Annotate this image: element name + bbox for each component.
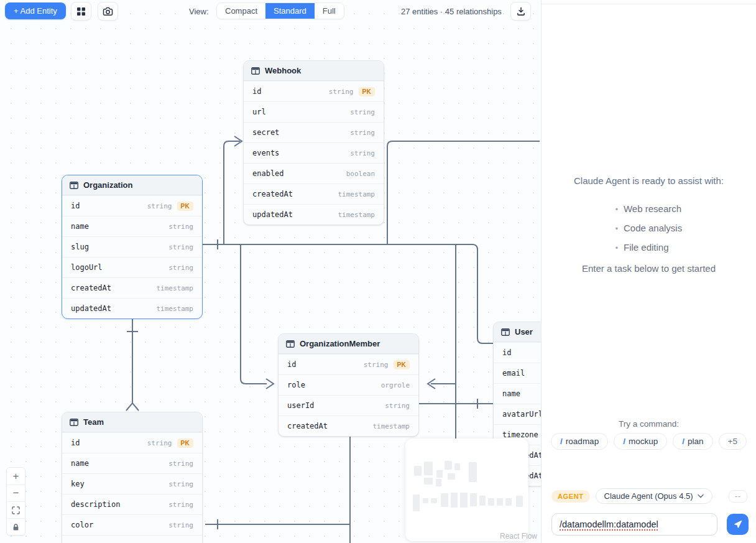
field-row[interactable]: email bbox=[494, 363, 541, 383]
field-type: string bbox=[168, 223, 193, 231]
composer: /datamodellm:datamodel bbox=[551, 513, 749, 536]
entity-header[interactable]: Team bbox=[62, 412, 202, 432]
field-row[interactable]: idstringPK bbox=[244, 81, 384, 101]
try-command-label: Try a command: bbox=[542, 419, 756, 429]
command-chip-roadmap[interactable]: /roadmap bbox=[551, 433, 608, 450]
minimap[interactable] bbox=[405, 439, 528, 541]
fit-view-icon bbox=[12, 506, 20, 514]
entity-header[interactable]: User bbox=[494, 322, 541, 342]
slash-prefix: / bbox=[682, 437, 685, 446]
primary-key-badge: PK bbox=[394, 360, 410, 369]
field-name: secret bbox=[252, 128, 279, 137]
field-name: color bbox=[71, 521, 93, 529]
edge bbox=[387, 141, 540, 244]
field-row[interactable]: idstringPK bbox=[62, 195, 202, 216]
field-name: updatedAt bbox=[71, 304, 111, 313]
entity-title: Team bbox=[83, 417, 104, 427]
field-row[interactable]: namestring bbox=[62, 216, 202, 236]
field-type: string bbox=[350, 108, 375, 116]
field-name: name bbox=[502, 389, 520, 398]
field-row[interactable]: id bbox=[494, 342, 541, 363]
fit-view-button[interactable] bbox=[7, 501, 25, 518]
command-chip-more-5[interactable]: +5 bbox=[719, 433, 747, 450]
field-row[interactable]: keystring bbox=[62, 473, 202, 494]
zoom-out-button[interactable]: − bbox=[7, 485, 25, 501]
field-row[interactable]: avatarUrl bbox=[494, 404, 541, 424]
view-option-compact[interactable]: Compact bbox=[217, 3, 265, 19]
model-selector-label: Claude Agent (Opus 4.5) bbox=[604, 491, 693, 501]
field-name: slug bbox=[71, 243, 89, 251]
model-selector[interactable]: Claude Agent (Opus 4.5) bbox=[596, 488, 712, 504]
field-row[interactable]: roleorgrole bbox=[279, 374, 418, 395]
field-row[interactable] bbox=[62, 535, 202, 543]
field-name: key bbox=[71, 480, 85, 488]
command-chip-mockup[interactable]: /mockup bbox=[614, 433, 667, 450]
task-input-value: /datamodellm:datamodel bbox=[560, 519, 658, 529]
field-row[interactable]: createdAttimestamp bbox=[244, 183, 384, 204]
entity-webhook[interactable]: WebhookidstringPKurlstringsecretstringev… bbox=[243, 60, 384, 225]
field-type: timestamp bbox=[156, 284, 193, 292]
entity-header[interactable]: Webhook bbox=[244, 61, 384, 81]
field-row[interactable]: name bbox=[494, 383, 541, 404]
field-type: timestamp bbox=[338, 190, 375, 198]
field-row[interactable]: enabledboolean bbox=[244, 163, 384, 183]
field-row[interactable]: updatedAttimestamp bbox=[62, 298, 202, 318]
field-type: orgrole bbox=[381, 381, 410, 389]
entity-organization[interactable]: OrganizationidstringPKnamestringslugstri… bbox=[62, 175, 203, 319]
send-button[interactable] bbox=[727, 514, 749, 535]
field-row[interactable]: urlstring bbox=[244, 101, 384, 122]
field-name: createdAt bbox=[287, 422, 328, 430]
field-row[interactable]: userIdstring bbox=[279, 395, 418, 415]
field-row[interactable]: idstringPK bbox=[62, 432, 202, 453]
export-button[interactable] bbox=[510, 2, 531, 21]
entity-title: User bbox=[515, 327, 533, 336]
table-icon bbox=[70, 419, 78, 426]
task-input[interactable]: /datamodellm:datamodel bbox=[551, 513, 717, 536]
field-row[interactable]: colorstring bbox=[62, 514, 202, 535]
command-chip-plan[interactable]: /plan bbox=[673, 433, 712, 450]
field-row[interactable]: logoUrlstring bbox=[62, 257, 202, 277]
agent-more-button[interactable]: -- bbox=[729, 490, 747, 503]
lock-button[interactable] bbox=[7, 518, 25, 535]
field-row[interactable]: idstringPK bbox=[279, 354, 418, 374]
field-row[interactable]: eventsstring bbox=[244, 142, 384, 163]
entity-title: Organization bbox=[83, 180, 132, 190]
add-entity-button[interactable]: + Add Entity bbox=[5, 2, 66, 19]
field-name: userId bbox=[287, 401, 314, 410]
diagram-canvas[interactable]: WebhookidstringPKurlstringsecretstringev… bbox=[0, 0, 541, 543]
field-row[interactable]: descriptionstring bbox=[62, 494, 202, 514]
field-name: id bbox=[71, 202, 80, 210]
field-row[interactable]: createdAttimestamp bbox=[62, 277, 202, 298]
auto-layout-button[interactable] bbox=[71, 2, 91, 21]
field-name: id bbox=[71, 439, 80, 447]
arrowhead bbox=[266, 379, 274, 389]
field-row[interactable]: slugstring bbox=[62, 236, 202, 257]
view-option-full[interactable]: Full bbox=[315, 3, 344, 19]
agent-badge: AGENT bbox=[551, 490, 590, 503]
field-type: timestamp bbox=[156, 305, 193, 313]
field-row[interactable]: createdAttimestamp bbox=[279, 415, 418, 436]
camera-icon bbox=[103, 7, 113, 16]
entity-organization-member[interactable]: OrganizationMemberidstringPKroleorgroleu… bbox=[278, 333, 419, 437]
field-row[interactable]: updatedAttimestamp bbox=[244, 204, 384, 225]
bullet-icon: • bbox=[615, 205, 618, 214]
field-name: id bbox=[502, 348, 511, 357]
field-type: string bbox=[147, 202, 172, 210]
entity-header[interactable]: Organization bbox=[62, 175, 202, 195]
agent-intro: Claude Agent is ready to assist with: •W… bbox=[542, 175, 756, 274]
field-row[interactable]: namestring bbox=[62, 453, 202, 473]
screenshot-button[interactable] bbox=[98, 2, 118, 21]
field-row[interactable]: secretstring bbox=[244, 122, 384, 142]
entity-header[interactable]: OrganizationMember bbox=[279, 334, 418, 354]
field-name: avatarUrl bbox=[502, 410, 541, 419]
react-flow-attribution[interactable]: React Flow bbox=[500, 532, 537, 541]
entity-team[interactable]: TeamidstringPKnamestringkeystringdescrip… bbox=[62, 412, 203, 543]
field-type: string bbox=[364, 361, 389, 369]
field-name: url bbox=[252, 108, 266, 116]
agent-intro-footer: Enter a task below to get started bbox=[542, 263, 756, 274]
field-name: role bbox=[287, 381, 305, 389]
table-icon bbox=[251, 67, 260, 75]
field-name: name bbox=[71, 222, 89, 231]
zoom-in-button[interactable]: + bbox=[7, 468, 25, 485]
view-option-standard[interactable]: Standard bbox=[265, 3, 315, 19]
